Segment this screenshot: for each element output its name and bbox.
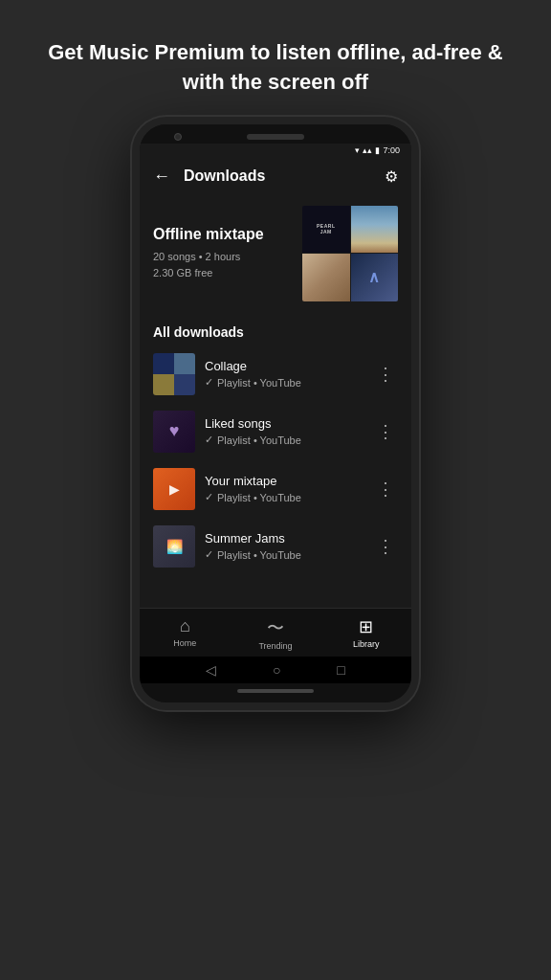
- phone-bottom: [140, 683, 411, 702]
- collage-cell-2: [351, 206, 399, 254]
- downloads-list: Collage ✓ Playlist • YouTube ⋮ ♥ Liked s…: [140, 345, 411, 608]
- phone-top-bar: [140, 124, 411, 144]
- mixtape-storage: 2.30 GB free: [153, 265, 291, 281]
- nav-home[interactable]: ⌂ Home: [140, 609, 231, 657]
- liked-more-button[interactable]: ⋮: [373, 417, 398, 446]
- battery-icon: ▮: [375, 145, 380, 155]
- summer-more-button[interactable]: ⋮: [373, 532, 398, 561]
- liked-sub: ✓ Playlist • YouTube: [205, 434, 364, 446]
- collage-more-button[interactable]: ⋮: [373, 360, 398, 389]
- speaker: [247, 134, 304, 140]
- mixtape-sub: ✓ Playlist • YouTube: [205, 491, 364, 503]
- home-icon: ⌂: [180, 616, 190, 636]
- list-item[interactable]: Collage ✓ Playlist • YouTube ⋮: [140, 345, 411, 403]
- collage-cell-4: ∧: [351, 254, 399, 301]
- app-header: ← Downloads ⚙: [140, 157, 411, 196]
- mixtape-title: Offline mixtape: [153, 226, 291, 243]
- collage-cell-3: [302, 254, 350, 301]
- list-item[interactable]: 🌅 Summer Jams ✓ Playlist • YouTube ⋮: [140, 518, 411, 575]
- liked-info: Liked songs ✓ Playlist • YouTube: [205, 416, 364, 446]
- trending-icon: 〜: [267, 616, 284, 639]
- home-nav-button[interactable]: ○: [273, 662, 280, 678]
- screen-content: ← Downloads ⚙ Offline mixtape 20 songs •…: [140, 157, 411, 657]
- recents-nav-button[interactable]: □: [337, 662, 344, 678]
- page-title: Downloads: [184, 167, 385, 185]
- library-label: Library: [353, 639, 380, 649]
- mixtape-info-item: Your mixtape ✓ Playlist • YouTube: [205, 474, 364, 503]
- nav-library[interactable]: ⊞ Library: [320, 609, 411, 657]
- back-nav-button[interactable]: ◁: [206, 662, 216, 678]
- mixtape-name: Your mixtape: [205, 474, 364, 488]
- mixtape-songs: 20 songs • 2 hours: [153, 249, 291, 265]
- collage-info: Collage ✓ Playlist • YouTube: [205, 359, 364, 389]
- bottom-nav: ⌂ Home 〜 Trending ⊞ Library: [140, 608, 411, 657]
- summer-name: Summer Jams: [205, 531, 364, 546]
- check-icon: ✓: [205, 434, 213, 446]
- offline-mixtape-section[interactable]: Offline mixtape 20 songs • 2 hours 2.30 …: [140, 196, 411, 315]
- summer-sub: ✓ Playlist • YouTube: [205, 548, 364, 561]
- time: 7:00: [383, 145, 400, 155]
- promo-headline: Get Music Premium to listen offline, ad-…: [0, 0, 551, 117]
- mixtape-more-button[interactable]: ⋮: [373, 475, 398, 503]
- collage-name: Collage: [205, 359, 364, 373]
- status-bar: ▾ ▴▴ ▮ 7:00: [140, 144, 411, 157]
- phone-mockup: ▾ ▴▴ ▮ 7:00 ← Downloads ⚙ Offline mixtap…: [132, 117, 419, 710]
- status-icons: ▾ ▴▴ ▮ 7:00: [355, 145, 400, 155]
- collage-thumb: [153, 353, 195, 395]
- check-icon: ✓: [205, 548, 213, 561]
- trending-label: Trending: [258, 641, 292, 651]
- liked-thumb: ♥: [153, 411, 195, 453]
- summer-thumb: 🌅: [153, 525, 195, 568]
- nav-trending[interactable]: 〜 Trending: [231, 609, 321, 657]
- library-icon: ⊞: [359, 616, 373, 637]
- camera: [174, 133, 182, 141]
- back-button[interactable]: ←: [153, 167, 170, 187]
- signal-icon: ▴▴: [363, 145, 372, 155]
- all-downloads-label: All downloads: [140, 315, 411, 345]
- android-nav: ◁ ○ □: [140, 657, 411, 683]
- play-icon: ▶: [169, 481, 180, 497]
- liked-name: Liked songs: [205, 416, 364, 431]
- summer-info: Summer Jams ✓ Playlist • YouTube: [205, 531, 364, 561]
- list-item[interactable]: ▶ Your mixtape ✓ Playlist • YouTube ⋮: [140, 460, 411, 518]
- collage-cell-1: PEARLJAM: [302, 206, 350, 254]
- home-label: Home: [173, 638, 196, 648]
- wifi-icon: ▾: [355, 145, 360, 155]
- mixtape-thumb: ▶: [153, 468, 195, 510]
- home-indicator: [237, 689, 314, 693]
- list-item[interactable]: ♥ Liked songs ✓ Playlist • YouTube ⋮: [140, 403, 411, 460]
- collage-sub: ✓ Playlist • YouTube: [205, 376, 364, 389]
- settings-icon[interactable]: ⚙: [385, 167, 398, 186]
- check-icon: ✓: [205, 491, 213, 503]
- mixtape-info: Offline mixtape 20 songs • 2 hours 2.30 …: [153, 226, 291, 280]
- check-icon: ✓: [205, 376, 213, 389]
- mixtape-collage: PEARLJAM ∧: [302, 206, 398, 301]
